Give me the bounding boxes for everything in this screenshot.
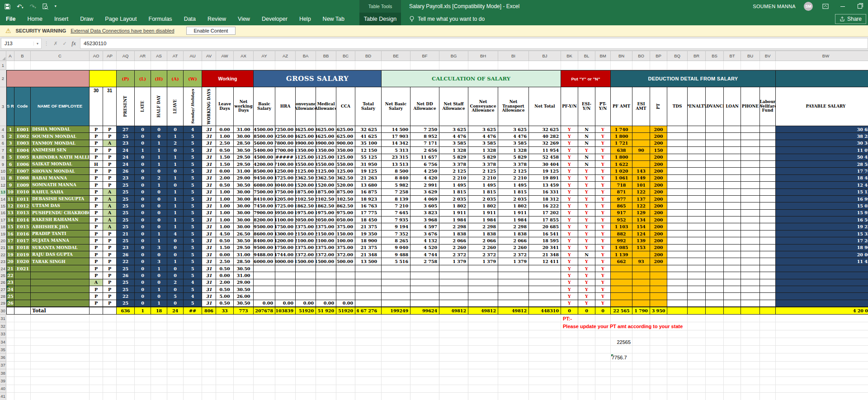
cell-BB21[interactable]: 2375.00 bbox=[316, 245, 336, 251]
cell-BJ33[interactable] bbox=[529, 330, 561, 338]
cell-AV33[interactable] bbox=[202, 330, 216, 338]
cell-BC29[interactable]: 0.00 bbox=[336, 300, 355, 307]
cell-BE40[interactable] bbox=[382, 385, 410, 393]
cell-B33[interactable] bbox=[14, 330, 31, 338]
cell-B21[interactable]: E018 bbox=[14, 245, 31, 251]
cell-BS23[interactable] bbox=[706, 258, 724, 265]
cell-BU14[interactable] bbox=[741, 196, 760, 202]
cell-AW20[interactable]: 0.50 bbox=[216, 237, 234, 244]
cell-AZ27[interactable] bbox=[275, 286, 296, 293]
cell-BH11[interactable]: 2 210 bbox=[468, 175, 498, 182]
cell-BL30[interactable]: 0 bbox=[578, 307, 595, 315]
cell-BU39[interactable] bbox=[741, 377, 760, 385]
cell-BU12[interactable] bbox=[741, 182, 760, 188]
cell-BD10[interactable]: 19 125 bbox=[355, 168, 382, 174]
cell-BG35[interactable] bbox=[439, 346, 468, 353]
cell-AT23[interactable]: 1 bbox=[167, 258, 184, 265]
cell-BR5[interactable] bbox=[688, 133, 706, 140]
column-header-AU[interactable]: AU bbox=[184, 51, 202, 61]
cell-BR1[interactable] bbox=[688, 61, 706, 70]
cell-AO36[interactable] bbox=[90, 353, 103, 361]
cell-B36[interactable] bbox=[14, 353, 31, 361]
cell-BL33[interactable] bbox=[578, 330, 595, 338]
cell-BP17[interactable]: 200 bbox=[650, 216, 667, 223]
cell-A32[interactable] bbox=[6, 322, 14, 330]
cell-BI21[interactable]: 2 260 bbox=[498, 245, 529, 251]
cell-BF30[interactable]: 99624 bbox=[410, 307, 439, 315]
cell-AP20[interactable]: P bbox=[103, 237, 117, 244]
cell-BM27[interactable]: Y bbox=[595, 286, 611, 293]
cell-BS40[interactable] bbox=[706, 385, 724, 393]
cell-C4[interactable]: DISHA MONDAL bbox=[31, 126, 90, 133]
cell-AR10[interactable]: 0 bbox=[135, 168, 151, 174]
cell-BA1[interactable] bbox=[296, 61, 316, 70]
cell-BD29[interactable] bbox=[355, 300, 382, 307]
cell-AV41[interactable] bbox=[202, 393, 216, 400]
cell-BL6[interactable]: N bbox=[578, 140, 595, 147]
cell-C37[interactable] bbox=[31, 362, 90, 369]
cell-BD37[interactable] bbox=[355, 362, 382, 369]
cell-BH23[interactable]: 1 379 bbox=[468, 258, 498, 265]
cell-BC14[interactable]: 2102.50 bbox=[336, 196, 355, 202]
cell-AY5[interactable]: 18500.00 bbox=[254, 133, 275, 140]
cell-BJ17[interactable]: 17 855 bbox=[529, 216, 561, 223]
cell-BM33[interactable] bbox=[595, 330, 611, 338]
cancel-icon[interactable]: ✗ bbox=[51, 41, 60, 47]
cell-AS31[interactable] bbox=[151, 315, 167, 322]
cell-AU6[interactable]: 5 bbox=[184, 140, 202, 147]
cell-AT27[interactable]: 0 bbox=[167, 286, 184, 293]
cell-AP22[interactable]: P bbox=[103, 251, 117, 258]
cell-AZ19[interactable]: 4300.00 bbox=[275, 231, 296, 237]
cell-AR31[interactable] bbox=[135, 315, 151, 322]
row-header-1[interactable]: 1 bbox=[0, 61, 6, 70]
cell-AQ4[interactable]: 27 bbox=[117, 126, 135, 133]
cell-AZ28[interactable] bbox=[275, 293, 296, 300]
cell-BV14[interactable] bbox=[760, 196, 776, 202]
cell-AX10[interactable]: 31.00 bbox=[234, 168, 254, 174]
cell-AT13[interactable]: 1 bbox=[167, 189, 184, 196]
customize-qat-icon[interactable]: ▾ bbox=[55, 5, 57, 8]
cell-BJ35[interactable] bbox=[529, 346, 561, 353]
column-header-BQ[interactable]: BQ bbox=[667, 51, 688, 61]
cell-BL13[interactable]: Y bbox=[578, 189, 595, 196]
cell-AO28[interactable]: P bbox=[90, 293, 103, 300]
cell-BM28[interactable]: Y bbox=[595, 293, 611, 300]
cell-AP33[interactable] bbox=[103, 330, 117, 338]
cell-AV10[interactable]: 31 bbox=[202, 168, 216, 174]
cell-BL27[interactable]: Y bbox=[578, 286, 595, 293]
cell-AQ1[interactable] bbox=[117, 61, 135, 70]
cell-AT20[interactable]: 0 bbox=[167, 237, 184, 244]
cell-AZ36[interactable] bbox=[275, 353, 296, 361]
cell-BW7[interactable]: 11 076 bbox=[776, 147, 868, 154]
cell-BJ10[interactable]: 19 125 bbox=[529, 168, 561, 174]
cell-AQ39[interactable] bbox=[117, 377, 135, 385]
cell-BH36[interactable] bbox=[468, 353, 498, 361]
cell-AO41[interactable] bbox=[90, 393, 103, 400]
column-header-BV[interactable]: BV bbox=[760, 51, 776, 61]
cell-BS41[interactable] bbox=[706, 393, 724, 400]
cell-BP29[interactable] bbox=[650, 300, 667, 307]
cell-AY21[interactable]: 9500.00 bbox=[254, 245, 275, 251]
cell-AW32[interactable] bbox=[216, 322, 234, 330]
cell-BP7[interactable]: 150 bbox=[650, 147, 667, 154]
cell-AS8[interactable]: 1 bbox=[151, 154, 167, 161]
cell-BG25[interactable] bbox=[439, 272, 468, 279]
cell-BP21[interactable]: 200 bbox=[650, 245, 667, 251]
cell-BD39[interactable] bbox=[355, 377, 382, 385]
cell-BV34[interactable] bbox=[760, 338, 776, 346]
cell-BG18[interactable]: 2 298 bbox=[439, 223, 468, 230]
header-BJ[interactable]: Net Total bbox=[529, 87, 561, 126]
cell-AQ18[interactable]: 25 bbox=[117, 223, 135, 230]
cell-BN24[interactable] bbox=[611, 265, 632, 272]
cell-AQ33[interactable] bbox=[117, 330, 135, 338]
cell-BA31[interactable] bbox=[296, 315, 316, 322]
cell-BL23[interactable]: Y bbox=[578, 258, 595, 265]
cell-BQ17[interactable] bbox=[667, 216, 688, 223]
cell-BH19[interactable]: 1 838 bbox=[468, 231, 498, 237]
cell-BL35[interactable] bbox=[578, 346, 595, 353]
cell-AV19[interactable]: 31 bbox=[202, 231, 216, 237]
cell-AO38[interactable] bbox=[90, 369, 103, 377]
cell-BF17[interactable]: 3 968 bbox=[410, 216, 439, 223]
column-header-BA[interactable]: BA bbox=[296, 51, 316, 61]
cell-AX29[interactable]: 30.50 bbox=[234, 300, 254, 307]
